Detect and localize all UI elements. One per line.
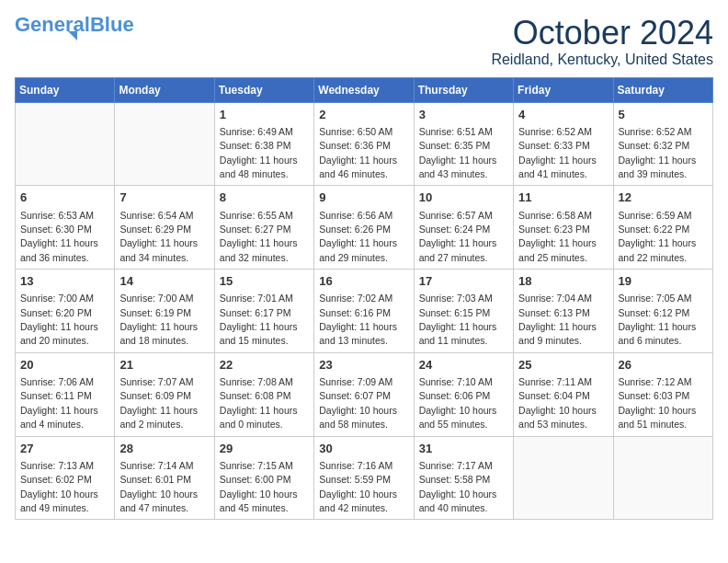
day-info: Sunrise: 7:10 AM Sunset: 6:06 PM Dayligh… [419, 376, 497, 430]
calendar-day-cell: 25Sunrise: 7:11 AM Sunset: 6:04 PM Dayli… [514, 352, 613, 436]
day-number: 4 [518, 107, 608, 123]
title-block: October 2024 Reidland, Kentucky, United … [491, 15, 713, 68]
day-info: Sunrise: 6:49 AM Sunset: 6:38 PM Dayligh… [220, 126, 298, 179]
day-number: 10 [419, 190, 508, 206]
day-number: 17 [419, 273, 508, 290]
calendar-day-cell: 18Sunrise: 7:04 AM Sunset: 6:13 PM Dayli… [514, 270, 613, 353]
day-number: 27 [20, 441, 109, 457]
page-header: GeneralBlue October 2024 Reidland, Kentu… [15, 15, 713, 68]
day-info: Sunrise: 6:58 AM Sunset: 6:23 PM Dayligh… [518, 210, 597, 263]
calendar-day-cell: 12Sunrise: 6:59 AM Sunset: 6:22 PM Dayli… [613, 186, 712, 270]
day-info: Sunrise: 6:54 AM Sunset: 6:29 PM Dayligh… [119, 210, 198, 263]
day-info: Sunrise: 7:09 AM Sunset: 6:07 PM Dayligh… [319, 376, 397, 430]
calendar-header-row: SundayMondayTuesdayWednesdayThursdayFrid… [16, 77, 713, 102]
day-number: 3 [419, 107, 508, 123]
location-title: Reidland, Kentucky, United States [491, 52, 713, 68]
calendar-day-cell: 14Sunrise: 7:00 AM Sunset: 6:19 PM Dayli… [115, 270, 214, 353]
day-number: 13 [20, 273, 109, 290]
calendar-day-cell: 30Sunrise: 7:16 AM Sunset: 5:59 PM Dayli… [314, 436, 414, 520]
day-info: Sunrise: 6:55 AM Sunset: 6:27 PM Dayligh… [220, 210, 298, 263]
day-number: 22 [220, 357, 309, 373]
day-number: 12 [619, 190, 708, 206]
day-number: 7 [119, 190, 209, 206]
day-info: Sunrise: 6:56 AM Sunset: 6:26 PM Dayligh… [319, 210, 397, 263]
day-info: Sunrise: 6:57 AM Sunset: 6:24 PM Dayligh… [419, 210, 497, 263]
calendar-day-cell: 19Sunrise: 7:05 AM Sunset: 6:12 PM Dayli… [613, 270, 712, 353]
weekday-header: Friday [514, 77, 613, 102]
weekday-header: Tuesday [214, 77, 313, 102]
day-info: Sunrise: 7:02 AM Sunset: 6:16 PM Dayligh… [319, 293, 397, 346]
calendar-week-row: 6Sunrise: 6:53 AM Sunset: 6:30 PM Daylig… [16, 186, 713, 270]
calendar-day-cell: 2Sunrise: 6:50 AM Sunset: 6:36 PM Daylig… [314, 102, 414, 186]
day-info: Sunrise: 6:51 AM Sunset: 6:35 PM Dayligh… [419, 126, 497, 179]
day-number: 18 [518, 273, 608, 290]
calendar-day-cell: 13Sunrise: 7:00 AM Sunset: 6:20 PM Dayli… [16, 270, 115, 353]
logo-general: General [15, 13, 90, 36]
day-number: 9 [319, 190, 408, 206]
logo-arrow-icon [68, 31, 77, 40]
day-info: Sunrise: 7:04 AM Sunset: 6:13 PM Dayligh… [518, 293, 597, 346]
day-info: Sunrise: 7:15 AM Sunset: 6:00 PM Dayligh… [220, 460, 298, 513]
calendar-day-cell: 23Sunrise: 7:09 AM Sunset: 6:07 PM Dayli… [314, 352, 414, 436]
day-number: 21 [119, 357, 209, 373]
calendar-day-cell: 3Sunrise: 6:51 AM Sunset: 6:35 PM Daylig… [414, 102, 513, 186]
calendar-day-cell: 9Sunrise: 6:56 AM Sunset: 6:26 PM Daylig… [314, 186, 414, 270]
day-info: Sunrise: 7:13 AM Sunset: 6:02 PM Dayligh… [20, 460, 98, 513]
day-info: Sunrise: 6:53 AM Sunset: 6:30 PM Dayligh… [20, 210, 98, 263]
calendar-day-cell: 26Sunrise: 7:12 AM Sunset: 6:03 PM Dayli… [613, 352, 712, 436]
weekday-header: Monday [115, 77, 214, 102]
calendar-day-cell: 17Sunrise: 7:03 AM Sunset: 6:15 PM Dayli… [414, 270, 513, 353]
calendar-week-row: 1Sunrise: 6:49 AM Sunset: 6:38 PM Daylig… [16, 102, 713, 186]
day-info: Sunrise: 7:07 AM Sunset: 6:09 PM Dayligh… [119, 376, 198, 430]
weekday-header: Wednesday [314, 77, 414, 102]
day-number: 5 [619, 107, 708, 123]
calendar-week-row: 20Sunrise: 7:06 AM Sunset: 6:11 PM Dayli… [16, 352, 713, 436]
day-number: 24 [419, 357, 508, 373]
calendar-day-cell: 31Sunrise: 7:17 AM Sunset: 5:58 PM Dayli… [414, 436, 513, 520]
calendar-day-cell: 4Sunrise: 6:52 AM Sunset: 6:33 PM Daylig… [514, 102, 613, 186]
day-number: 15 [220, 273, 309, 290]
calendar-day-cell [115, 102, 214, 186]
day-info: Sunrise: 7:14 AM Sunset: 6:01 PM Dayligh… [119, 460, 198, 513]
calendar-day-cell: 8Sunrise: 6:55 AM Sunset: 6:27 PM Daylig… [214, 186, 313, 270]
day-number: 6 [20, 190, 109, 206]
day-info: Sunrise: 6:52 AM Sunset: 6:32 PM Dayligh… [619, 126, 697, 179]
calendar-day-cell [613, 436, 712, 520]
calendar-day-cell: 16Sunrise: 7:02 AM Sunset: 6:16 PM Dayli… [314, 270, 414, 353]
day-number: 26 [619, 357, 708, 373]
calendar-day-cell: 28Sunrise: 7:14 AM Sunset: 6:01 PM Dayli… [115, 436, 214, 520]
day-number: 1 [220, 107, 309, 123]
day-info: Sunrise: 6:52 AM Sunset: 6:33 PM Dayligh… [518, 126, 597, 179]
day-number: 20 [20, 357, 109, 373]
month-title: October 2024 [491, 15, 713, 52]
day-number: 31 [419, 441, 508, 457]
day-number: 29 [220, 441, 309, 457]
calendar-day-cell: 6Sunrise: 6:53 AM Sunset: 6:30 PM Daylig… [16, 186, 115, 270]
day-number: 30 [319, 441, 408, 457]
weekday-header: Sunday [16, 77, 115, 102]
calendar-day-cell: 29Sunrise: 7:15 AM Sunset: 6:00 PM Dayli… [214, 436, 313, 520]
logo-blue: Blue [90, 13, 134, 36]
day-number: 25 [518, 357, 608, 373]
day-info: Sunrise: 7:11 AM Sunset: 6:04 PM Dayligh… [518, 376, 597, 430]
calendar-week-row: 27Sunrise: 7:13 AM Sunset: 6:02 PM Dayli… [16, 436, 713, 520]
calendar-day-cell: 5Sunrise: 6:52 AM Sunset: 6:32 PM Daylig… [613, 102, 712, 186]
calendar-day-cell: 22Sunrise: 7:08 AM Sunset: 6:08 PM Dayli… [214, 352, 313, 436]
calendar-day-cell: 10Sunrise: 6:57 AM Sunset: 6:24 PM Dayli… [414, 186, 513, 270]
day-number: 14 [119, 273, 209, 290]
day-info: Sunrise: 7:12 AM Sunset: 6:03 PM Dayligh… [619, 376, 697, 430]
calendar-day-cell [514, 436, 613, 520]
calendar-day-cell: 27Sunrise: 7:13 AM Sunset: 6:02 PM Dayli… [16, 436, 115, 520]
calendar-day-cell: 20Sunrise: 7:06 AM Sunset: 6:11 PM Dayli… [16, 352, 115, 436]
calendar-day-cell: 1Sunrise: 6:49 AM Sunset: 6:38 PM Daylig… [214, 102, 313, 186]
calendar-day-cell: 15Sunrise: 7:01 AM Sunset: 6:17 PM Dayli… [214, 270, 313, 353]
weekday-header: Thursday [414, 77, 513, 102]
day-info: Sunrise: 7:01 AM Sunset: 6:17 PM Dayligh… [220, 293, 298, 346]
day-info: Sunrise: 6:50 AM Sunset: 6:36 PM Dayligh… [319, 126, 397, 179]
day-info: Sunrise: 7:06 AM Sunset: 6:11 PM Dayligh… [20, 376, 98, 430]
day-info: Sunrise: 7:16 AM Sunset: 5:59 PM Dayligh… [319, 460, 397, 513]
calendar-day-cell: 24Sunrise: 7:10 AM Sunset: 6:06 PM Dayli… [414, 352, 513, 436]
day-info: Sunrise: 7:03 AM Sunset: 6:15 PM Dayligh… [419, 293, 497, 346]
calendar-day-cell: 21Sunrise: 7:07 AM Sunset: 6:09 PM Dayli… [115, 352, 214, 436]
day-info: Sunrise: 7:08 AM Sunset: 6:08 PM Dayligh… [220, 376, 298, 430]
